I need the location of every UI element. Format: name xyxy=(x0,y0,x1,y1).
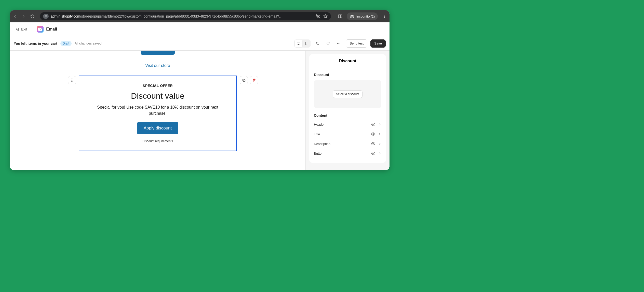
content-row-label: Button xyxy=(314,152,324,155)
content-row-label: Header xyxy=(314,123,325,126)
drag-icon xyxy=(71,78,74,82)
reload-button[interactable] xyxy=(30,14,35,19)
svg-point-16 xyxy=(72,79,73,79)
content-row-description[interactable]: Description xyxy=(314,139,381,149)
discount-title: Discount value xyxy=(131,91,184,101)
svg-point-5 xyxy=(384,16,385,17)
canvas[interactable]: Visit our store SPECIAL OFF xyxy=(10,51,305,170)
content-row-header[interactable]: Header xyxy=(314,120,381,129)
incognito-badge[interactable]: Incognito (2) xyxy=(347,12,378,20)
duplicate-icon xyxy=(242,78,246,82)
redo-button[interactable] xyxy=(324,40,332,47)
settings-panel: Discount Discount Select a discount Cont… xyxy=(309,54,386,163)
chrome-menu-icon[interactable] xyxy=(382,14,387,19)
svg-point-4 xyxy=(384,15,385,16)
select-discount-button[interactable]: Select a discount xyxy=(333,90,363,98)
svg-point-25 xyxy=(373,153,374,154)
svg-point-19 xyxy=(71,81,72,82)
exit-label: Exit xyxy=(21,27,27,31)
svg-point-12 xyxy=(337,43,338,44)
svg-rect-21 xyxy=(243,80,245,82)
incognito-label: Incognito (2) xyxy=(356,14,375,18)
chevron-right-icon xyxy=(378,133,381,136)
discount-description: Special for you! Use code SAVE10 for a 1… xyxy=(94,104,221,116)
discount-block-wrapper: SPECIAL OFFER Discount value Special for… xyxy=(79,76,237,151)
incognito-icon xyxy=(350,14,354,18)
chevron-right-icon xyxy=(378,152,381,155)
svg-point-20 xyxy=(72,81,73,82)
site-info-icon[interactable] xyxy=(43,14,49,19)
svg-point-24 xyxy=(373,143,374,144)
previous-button-partial[interactable] xyxy=(141,51,175,55)
content-row-title[interactable]: Title xyxy=(314,129,381,139)
bookmark-star-icon[interactable] xyxy=(323,14,328,19)
exit-icon xyxy=(15,27,19,31)
discount-requirements-link[interactable]: Discount requirements xyxy=(142,139,173,143)
exit-button[interactable]: Exit xyxy=(10,22,32,36)
svg-point-14 xyxy=(340,43,341,44)
eye-icon[interactable] xyxy=(371,142,375,146)
svg-point-18 xyxy=(72,80,73,81)
eye-icon[interactable] xyxy=(371,122,375,126)
svg-point-6 xyxy=(384,17,385,18)
more-actions-button[interactable] xyxy=(335,40,343,47)
content-row-button[interactable]: Button xyxy=(314,149,381,158)
email-subject: You left items in your cart xyxy=(14,41,57,46)
trash-icon xyxy=(252,78,256,82)
draft-badge: Draft xyxy=(60,41,72,46)
browser-window: admin.shopify.com/store/popupsmartdemo22… xyxy=(10,10,390,170)
settings-sidebar: Discount Discount Select a discount Cont… xyxy=(305,51,390,170)
eye-icon[interactable] xyxy=(371,132,375,136)
app-title-text: Email xyxy=(46,27,57,32)
content-field-label: Content xyxy=(314,113,381,118)
svg-point-23 xyxy=(373,134,374,135)
eye-off-icon[interactable] xyxy=(316,14,321,19)
discount-field-label: Discount xyxy=(314,73,381,77)
delete-block-button[interactable] xyxy=(250,76,258,84)
content-row-label: Title xyxy=(314,132,320,136)
special-offer-header: SPECIAL OFFER xyxy=(143,84,173,88)
drag-handle[interactable] xyxy=(68,76,76,84)
chevron-right-icon xyxy=(378,142,381,145)
app-icon xyxy=(37,26,44,33)
main-area: Visit our store SPECIAL OFF xyxy=(10,51,390,170)
svg-point-22 xyxy=(373,124,374,125)
desktop-view-button[interactable] xyxy=(295,40,302,47)
forward-button[interactable] xyxy=(21,14,26,19)
subject-bar: You left items in your cart Draft All ch… xyxy=(10,36,390,51)
app-bar: Exit Email xyxy=(10,22,390,36)
save-status: All changes saved xyxy=(75,41,102,45)
content-section: Content Header Title xyxy=(309,112,386,163)
svg-point-13 xyxy=(339,43,339,44)
app-title: Email xyxy=(32,26,62,33)
discount-section: Discount Select a discount xyxy=(309,68,386,112)
send-test-button[interactable]: Send test xyxy=(346,39,367,48)
address-bar[interactable]: admin.shopify.com/store/popupsmartdemo22… xyxy=(40,12,331,20)
svg-point-17 xyxy=(71,80,72,81)
back-button[interactable] xyxy=(12,14,18,19)
svg-point-15 xyxy=(71,79,72,79)
browser-chrome: admin.shopify.com/store/popupsmartdemo22… xyxy=(10,10,390,22)
mobile-view-button[interactable] xyxy=(302,40,310,47)
content-row-label: Description xyxy=(314,142,330,146)
side-panel-icon[interactable] xyxy=(338,14,343,19)
visit-store-link[interactable]: Visit our store xyxy=(145,63,170,68)
svg-marker-1 xyxy=(323,14,327,18)
svg-rect-7 xyxy=(297,42,300,44)
duplicate-block-button[interactable] xyxy=(240,76,248,84)
save-button[interactable]: Save xyxy=(370,39,386,48)
url-text: admin.shopify.com/store/popupsmartdemo22… xyxy=(51,14,314,18)
apply-discount-button[interactable]: Apply discount xyxy=(137,122,179,134)
discount-block[interactable]: SPECIAL OFFER Discount value Special for… xyxy=(79,76,237,151)
device-toggle xyxy=(294,39,311,48)
undo-button[interactable] xyxy=(314,40,321,47)
eye-icon[interactable] xyxy=(371,151,375,155)
svg-rect-2 xyxy=(338,15,342,18)
panel-title: Discount xyxy=(309,54,386,68)
discount-empty-well: Select a discount xyxy=(314,80,381,108)
chevron-right-icon xyxy=(378,123,381,126)
